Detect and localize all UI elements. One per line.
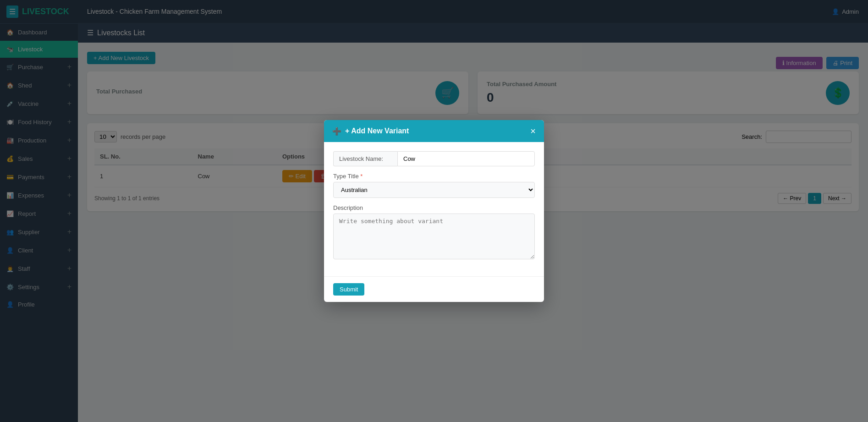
modal-title-icon: ➕ [332,127,341,136]
modal: ➕ + Add New Variant × Livestock Name: Ty… [324,120,544,302]
description-textarea[interactable] [333,214,535,259]
description-group: Description [333,204,535,261]
modal-title-text: + Add New Variant [345,127,409,135]
modal-body: Livestock Name: Type Title * Australian … [324,142,544,276]
livestock-name-row: Livestock Name: [333,151,535,166]
required-marker: * [360,173,363,180]
livestock-name-group: Livestock Name: [333,151,535,166]
modal-title: ➕ + Add New Variant [332,127,409,136]
livestock-name-label: Livestock Name: [333,151,397,166]
modal-overlay[interactable]: ➕ + Add New Variant × Livestock Name: Ty… [0,0,868,422]
livestock-name-input[interactable] [397,151,535,166]
modal-close-button[interactable]: × [530,126,536,136]
type-title-group: Type Title * Australian [333,173,535,198]
modal-header: ➕ + Add New Variant × [324,120,544,142]
description-label: Description [333,204,535,211]
type-title-select[interactable]: Australian [333,182,535,198]
type-title-label: Type Title * [333,173,535,180]
modal-footer: Submit [324,276,544,302]
modal-submit-button[interactable]: Submit [333,283,364,296]
